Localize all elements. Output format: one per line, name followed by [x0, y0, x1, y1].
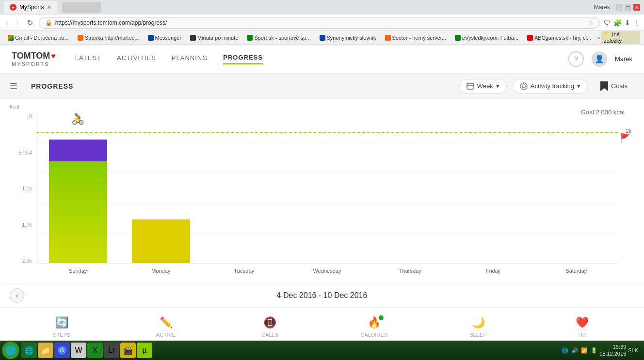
- start-button[interactable]: 🌐: [2, 342, 19, 359]
- maximize-button[interactable]: □: [625, 4, 631, 11]
- sidebar-toggle-icon[interactable]: ☰: [10, 81, 17, 92]
- minimize-button[interactable]: —: [616, 4, 623, 11]
- bookmark-sector-label: Sector - herný server...: [392, 35, 446, 41]
- evysledky-favicon: [455, 35, 461, 41]
- bookmark-evysledky[interactable]: eVysledky.com: Futba...: [451, 34, 522, 42]
- chrome-icon: [57, 345, 67, 355]
- monday-bar-yellow: [132, 219, 190, 263]
- close-window-button[interactable]: ✕: [633, 4, 640, 11]
- activity-tracking-icon: [520, 82, 528, 90]
- taskbar-app-word[interactable]: W: [71, 343, 86, 358]
- nav-progress[interactable]: PROGRESS: [223, 54, 263, 64]
- y-label-1700: 1.7k: [12, 222, 36, 228]
- bookmark-star-icon[interactable]: ☆: [588, 19, 594, 26]
- active-icon: ✏️: [160, 316, 173, 329]
- bluetooth-icon: 📶: [581, 347, 588, 354]
- taskbar-right: 🌐 🔊 📶 🔋 15:39 08.12.2016 SLK: [562, 344, 642, 358]
- forward-button[interactable]: ›: [14, 17, 20, 28]
- bookmark-minuta[interactable]: Minuta po minute: [186, 34, 242, 42]
- bookmark-sector[interactable]: Sector - herný server...: [381, 34, 450, 42]
- bookmark-messenger-label: Messenger: [155, 35, 181, 41]
- browser-tab[interactable]: ● MySports ✕: [4, 1, 57, 14]
- bookmark-abcgames[interactable]: ABCgames.sk - hry, cl...: [523, 34, 595, 42]
- bookmark-mail[interactable]: Stránka http://mail.cc...: [74, 34, 143, 42]
- help-button[interactable]: ?: [568, 51, 584, 67]
- audio-icon: 🔊: [571, 347, 578, 354]
- battery-icon: 🔋: [591, 347, 597, 354]
- refresh-button[interactable]: ↻: [25, 17, 35, 28]
- tuesday-label: Tuesday: [234, 268, 254, 274]
- steps-icon: 🔄: [55, 316, 68, 329]
- activity-tracking-selector[interactable]: Activity tracking ▾: [513, 79, 588, 94]
- bookmark-synonym[interactable]: Synonymický slovník: [316, 34, 380, 42]
- language-indicator[interactable]: SLK: [628, 347, 638, 353]
- app-logo: TOMTOM ♥ MYSPORTS: [12, 51, 56, 67]
- bookmark-gmail[interactable]: Gmail - Doručená po...: [4, 34, 73, 42]
- day-column-monday: Monday: [119, 113, 202, 263]
- taskbar-app-excel[interactable]: X: [87, 343, 103, 358]
- nav-planning[interactable]: PLANNING: [172, 54, 208, 63]
- bookmark-icon: [600, 81, 608, 91]
- taskbar-app-utorrent[interactable]: µ: [137, 343, 152, 358]
- prev-week-button[interactable]: ‹: [10, 288, 24, 303]
- more-bookmarks-button[interactable]: »: [597, 35, 600, 41]
- stat-phone: 📵 CALLS: [218, 316, 322, 338]
- activity-tracking-chevron-icon: ▾: [577, 82, 580, 90]
- taskbar-app-browser[interactable]: 🌐: [21, 343, 37, 358]
- bookmark-evysledky-label: eVysledky.com: Futba...: [462, 35, 518, 41]
- logo-tomtom-text: TOMTOM: [12, 51, 50, 61]
- taskbar-apps: 🌐 📁 W X Lr 🎬 µ: [21, 343, 152, 358]
- nav-activities[interactable]: ACTIVITIES: [117, 54, 156, 63]
- friday-label: Friday: [486, 268, 501, 274]
- day-column-thursday: Thursday: [369, 113, 451, 263]
- url-text: https://mysports.tomtom.com/app/progress…: [55, 19, 167, 26]
- week-selector[interactable]: Week ▾: [459, 79, 507, 94]
- tab-close-button[interactable]: ✕: [47, 4, 51, 11]
- taskbar-app-chrome[interactable]: [54, 343, 70, 358]
- user-name[interactable]: Marek: [615, 55, 632, 63]
- svg-marker-10: [600, 81, 608, 91]
- kcal-unit-label: kcal: [10, 104, 19, 110]
- calendar-icon: [467, 82, 474, 90]
- menu-dots-icon[interactable]: ⋮: [633, 19, 640, 27]
- day-column-wednesday: Wednesday: [286, 113, 369, 263]
- tab-favicon: ●: [10, 4, 16, 11]
- other-bookmarks[interactable]: 📁 Iné záložky: [601, 31, 640, 44]
- sleep-label: SLEEP: [469, 332, 486, 338]
- heart-icon: ❤️: [576, 316, 589, 329]
- stat-active: ✏️ ACTIVE: [114, 316, 218, 338]
- taskbar-app-lightroom[interactable]: Lr: [104, 343, 119, 358]
- taskbar-time: 15:39 08.12.2016: [599, 344, 626, 358]
- bookmark-sport[interactable]: Šport.sk - sportové šp...: [243, 34, 314, 42]
- user-profile-name: Marek: [594, 4, 610, 11]
- fire-icon: 🔥: [368, 316, 381, 329]
- bookmarks-right: 📁 Iné záložky: [601, 31, 640, 44]
- tab-title: MySports: [19, 4, 44, 11]
- sport-favicon: [247, 35, 253, 41]
- calories-label: CALORIES: [361, 332, 388, 338]
- goals-button[interactable]: Goals: [594, 78, 634, 94]
- week-label: Week: [477, 82, 493, 90]
- bookmark-abcgames-label: ABCgames.sk - hry, cl...: [534, 35, 591, 41]
- back-button[interactable]: ‹: [4, 17, 10, 28]
- window-controls: Marek — □ ✕: [594, 4, 640, 11]
- cyclist-icon: 🚴: [71, 113, 84, 125]
- goal-flag-icon: 🚩: [620, 133, 630, 143]
- thursday-label: Thursday: [399, 268, 421, 274]
- nav-latest[interactable]: LATEST: [75, 54, 101, 63]
- progress-toolbar: ☰ PROGRESS Week ▾: [0, 74, 644, 99]
- date-range-text: 4 Dec 2016 - 10 Dec 2016: [277, 291, 368, 300]
- moon-icon: 🌙: [472, 316, 485, 329]
- taskbar-app-files[interactable]: 📁: [38, 343, 53, 358]
- bookmark-messenger[interactable]: Messenger: [144, 34, 185, 42]
- top-nav: TOMTOM ♥ MYSPORTS LATEST ACTIVITIES PLAN…: [0, 45, 644, 74]
- chart-container: 2.3k 1.7k 1.1k 573.4 0 2k 🚩: [12, 113, 632, 278]
- progress-controls: Week ▾ Activity tracking ▾: [459, 78, 634, 94]
- stat-calories: 🔥 CALORIES: [322, 316, 426, 338]
- bookmark-mail-label: Stránka http://mail.cc...: [85, 35, 139, 41]
- taskbar-app-video[interactable]: 🎬: [120, 343, 136, 358]
- y-axis: 2.3k 1.7k 1.1k 573.4 0: [12, 113, 36, 264]
- url-bar[interactable]: 🔒 https://mysports.tomtom.com/app/progre…: [39, 17, 600, 29]
- stat-steps: 🔄 STEPS: [10, 316, 114, 338]
- day-column-saturday: Saturday: [535, 113, 618, 263]
